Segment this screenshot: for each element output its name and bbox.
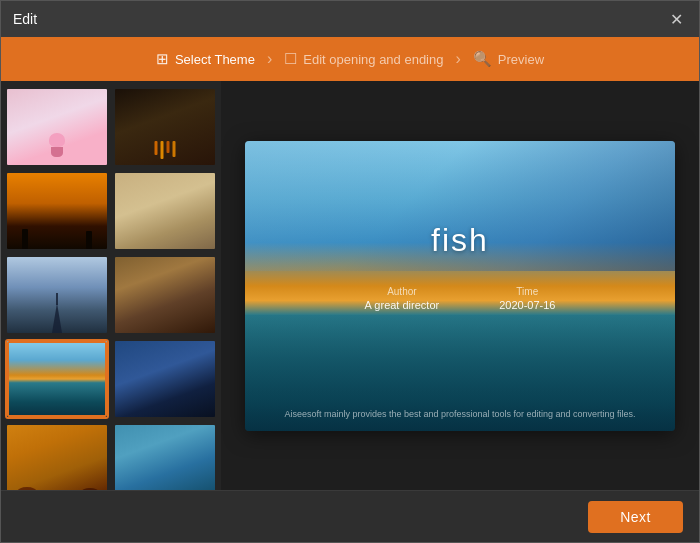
step-1-label: Select Theme xyxy=(175,52,255,67)
edit-window: Edit ✕ ⊞ Select Theme › ☐ Edit opening a… xyxy=(0,0,700,543)
author-col: Author A great director xyxy=(365,286,440,311)
step-sep-1: › xyxy=(267,50,272,68)
author-label: Author xyxy=(387,286,416,297)
bottom-bar: Next xyxy=(1,490,699,542)
author-value: A great director xyxy=(365,299,440,311)
step-2-label: Edit opening and ending xyxy=(303,52,443,67)
theme-thumb-9[interactable] xyxy=(5,423,109,490)
preview-area: fish Author A great director Time 2020-0… xyxy=(221,81,699,490)
step-2[interactable]: ☐ Edit opening and ending xyxy=(284,50,443,68)
preview-icon: 🔍 xyxy=(473,50,492,68)
step-sep-2: › xyxy=(455,50,460,68)
time-value: 2020-07-16 xyxy=(499,299,555,311)
preview-meta: Author A great director Time 2020-07-16 xyxy=(365,286,556,311)
thumbnail-sidebar: ⬇ ⬇ xyxy=(1,81,221,490)
thumbnail-grid: ⬇ ⬇ xyxy=(1,81,221,490)
time-label: Time xyxy=(516,286,538,297)
theme-thumb-6[interactable] xyxy=(113,255,217,335)
time-col: Time 2020-07-16 xyxy=(499,286,555,311)
edit-icon: ☐ xyxy=(284,50,297,68)
theme-icon: ⊞ xyxy=(156,50,169,68)
theme-thumb-10[interactable] xyxy=(113,423,217,490)
theme-thumb-8[interactable] xyxy=(113,339,217,419)
theme-thumb-7[interactable] xyxy=(5,339,109,419)
theme-thumb-2[interactable] xyxy=(113,87,217,167)
preview-card: fish Author A great director Time 2020-0… xyxy=(245,141,675,431)
preview-title: fish xyxy=(431,222,489,259)
window-title: Edit xyxy=(13,11,37,27)
theme-thumb-4[interactable] xyxy=(113,171,217,251)
step-3-label: Preview xyxy=(498,52,544,67)
main-content: ⬇ ⬇ fish xyxy=(1,81,699,490)
theme-thumb-5[interactable] xyxy=(5,255,109,335)
next-button[interactable]: Next xyxy=(588,501,683,533)
title-bar: Edit ✕ xyxy=(1,1,699,37)
close-button[interactable]: ✕ xyxy=(665,8,687,30)
theme-thumb-3[interactable] xyxy=(5,171,109,251)
theme-thumb-1[interactable] xyxy=(5,87,109,167)
step-1[interactable]: ⊞ Select Theme xyxy=(156,50,255,68)
preview-footer-text: Aiseesoft mainly provides the best and p… xyxy=(284,409,635,419)
step-bar: ⊞ Select Theme › ☐ Edit opening and endi… xyxy=(1,37,699,81)
step-3[interactable]: 🔍 Preview xyxy=(473,50,544,68)
